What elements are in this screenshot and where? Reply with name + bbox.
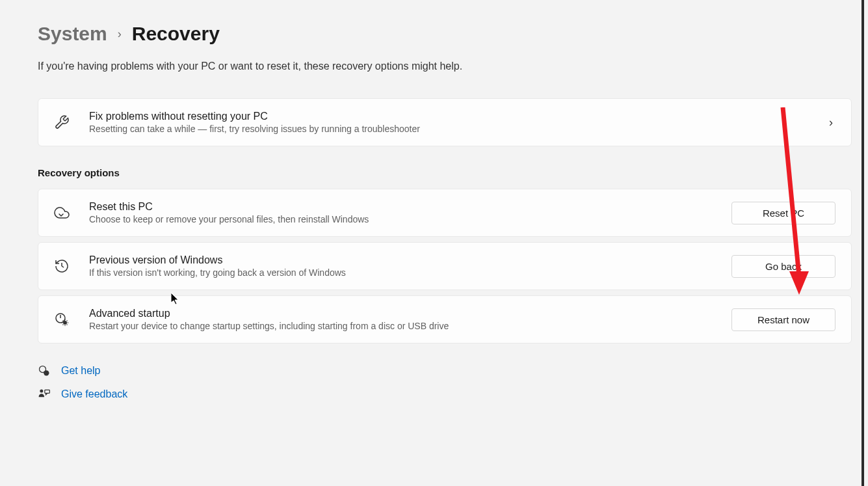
- restart-now-button[interactable]: Restart now: [731, 308, 835, 331]
- reset-pc-title: Reset this PC: [89, 201, 731, 213]
- reset-pc-card: Reset this PC Choose to keep or remove y…: [38, 189, 852, 237]
- give-feedback-text: Give feedback: [61, 388, 127, 400]
- svg-line-1: [62, 266, 64, 267]
- previous-version-card: Previous version of Windows If this vers…: [38, 242, 852, 290]
- right-border: [861, 0, 864, 486]
- history-icon: [54, 258, 80, 274]
- get-help-link[interactable]: ? Get help: [38, 364, 868, 377]
- help-icon: ?: [38, 364, 51, 377]
- breadcrumb-current: Recovery: [132, 23, 220, 45]
- cloud-reset-icon: [54, 205, 80, 221]
- svg-point-8: [40, 390, 43, 393]
- wrench-icon: [54, 115, 80, 130]
- power-gear-icon: [54, 312, 80, 327]
- section-heading: Recovery options: [38, 167, 868, 178]
- breadcrumb-parent[interactable]: System: [38, 23, 107, 45]
- feedback-icon: [38, 388, 51, 401]
- give-feedback-link[interactable]: Give feedback: [38, 388, 868, 401]
- previous-version-subtitle: If this version isn't working, try going…: [89, 267, 731, 278]
- troubleshoot-card[interactable]: Fix problems without resetting your PC R…: [38, 98, 852, 146]
- reset-pc-button[interactable]: Reset PC: [731, 202, 835, 224]
- svg-rect-9: [45, 390, 50, 393]
- advanced-startup-card: Advanced startup Restart your device to …: [38, 295, 852, 344]
- reset-pc-subtitle: Choose to keep or remove your personal f…: [89, 214, 731, 224]
- advanced-startup-title: Advanced startup: [89, 308, 731, 319]
- breadcrumb: System › Recovery: [38, 23, 868, 45]
- svg-text:?: ?: [46, 371, 48, 375]
- chevron-right-icon: ›: [118, 27, 122, 41]
- svg-point-4: [63, 321, 67, 325]
- go-back-button[interactable]: Go back: [731, 255, 835, 278]
- troubleshoot-subtitle: Resetting can take a while — first, try …: [89, 124, 829, 134]
- get-help-text: Get help: [61, 365, 100, 377]
- intro-text: If you're having problems with your PC o…: [38, 61, 868, 72]
- troubleshoot-title: Fix problems without resetting your PC: [89, 111, 829, 122]
- chevron-right-icon: ›: [829, 116, 835, 129]
- advanced-startup-subtitle: Restart your device to change startup se…: [89, 321, 731, 331]
- previous-version-title: Previous version of Windows: [89, 254, 731, 266]
